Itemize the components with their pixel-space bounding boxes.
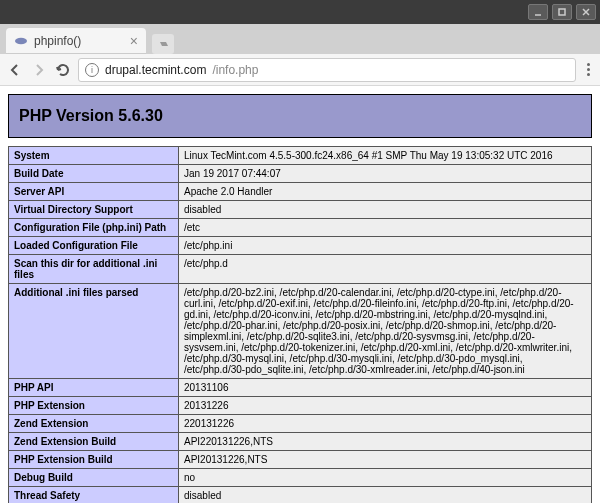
phpinfo-row: Debug Buildno <box>9 469 592 487</box>
browser-tab[interactable]: phpinfo() × <box>6 28 146 54</box>
page-viewport: PHP Version 5.6.30 SystemLinux TecMint.c… <box>0 86 600 503</box>
phpinfo-value: /etc/php.d <box>179 255 592 284</box>
svg-rect-1 <box>559 9 565 15</box>
phpinfo-row: Loaded Configuration File/etc/php.ini <box>9 237 592 255</box>
phpinfo-row: Configuration File (php.ini) Path/etc <box>9 219 592 237</box>
phpinfo-value: disabled <box>179 487 592 504</box>
tab-title: phpinfo() <box>34 34 124 48</box>
phpinfo-key: Zend Extension Build <box>9 433 179 451</box>
phpinfo-row: Server APIApache 2.0 Handler <box>9 183 592 201</box>
tab-close-icon[interactable]: × <box>130 34 138 48</box>
address-bar[interactable]: i drupal.tecmint.com/info.php <box>78 58 576 82</box>
phpinfo-key: Configuration File (php.ini) Path <box>9 219 179 237</box>
phpinfo-key: System <box>9 147 179 165</box>
phpinfo-row: PHP API20131106 <box>9 379 592 397</box>
browser-menu-button[interactable] <box>586 63 590 76</box>
phpinfo-value: 220131226 <box>179 415 592 433</box>
phpinfo-value: Jan 19 2017 07:44:07 <box>179 165 592 183</box>
phpinfo-row: Zend Extension220131226 <box>9 415 592 433</box>
os-maximize-button[interactable] <box>552 4 572 20</box>
url-path: /info.php <box>212 63 258 77</box>
os-minimize-button[interactable] <box>528 4 548 20</box>
phpinfo-value: no <box>179 469 592 487</box>
phpinfo-key: PHP API <box>9 379 179 397</box>
forward-button[interactable] <box>30 61 48 79</box>
reload-button[interactable] <box>54 61 72 79</box>
back-button[interactable] <box>6 61 24 79</box>
phpinfo-row: Virtual Directory Supportdisabled <box>9 201 592 219</box>
phpinfo-key: Virtual Directory Support <box>9 201 179 219</box>
url-host: drupal.tecmint.com <box>105 63 206 77</box>
phpinfo-value: API220131226,NTS <box>179 433 592 451</box>
browser-toolbar: i drupal.tecmint.com/info.php <box>0 54 600 86</box>
phpinfo-key: Server API <box>9 183 179 201</box>
os-close-button[interactable] <box>576 4 596 20</box>
phpinfo-key: Thread Safety <box>9 487 179 504</box>
phpinfo-key: Build Date <box>9 165 179 183</box>
phpinfo-value: 20131226 <box>179 397 592 415</box>
site-info-icon[interactable]: i <box>85 63 99 77</box>
svg-point-4 <box>15 38 27 44</box>
phpinfo-value: disabled <box>179 201 592 219</box>
browser-tabstrip: phpinfo() × <box>0 24 600 54</box>
os-titlebar <box>0 0 600 24</box>
phpinfo-value: /etc <box>179 219 592 237</box>
phpinfo-key: Debug Build <box>9 469 179 487</box>
php-version-header: PHP Version 5.6.30 <box>8 94 592 138</box>
new-tab-button[interactable] <box>152 34 174 54</box>
phpinfo-row: Thread Safetydisabled <box>9 487 592 504</box>
phpinfo-value: API20131226,NTS <box>179 451 592 469</box>
phpinfo-row: PHP Extension BuildAPI20131226,NTS <box>9 451 592 469</box>
phpinfo-row: Additional .ini files parsed/etc/php.d/2… <box>9 284 592 379</box>
phpinfo-key: PHP Extension Build <box>9 451 179 469</box>
phpinfo-value: /etc/php.ini <box>179 237 592 255</box>
phpinfo-row: SystemLinux TecMint.com 4.5.5-300.fc24.x… <box>9 147 592 165</box>
phpinfo-value: Apache 2.0 Handler <box>179 183 592 201</box>
phpinfo-row: Scan this dir for additional .ini files/… <box>9 255 592 284</box>
phpinfo-key: Additional .ini files parsed <box>9 284 179 379</box>
phpinfo-table: SystemLinux TecMint.com 4.5.5-300.fc24.x… <box>8 146 592 503</box>
phpinfo-row: Build DateJan 19 2017 07:44:07 <box>9 165 592 183</box>
phpinfo-value: Linux TecMint.com 4.5.5-300.fc24.x86_64 … <box>179 147 592 165</box>
phpinfo-value: 20131106 <box>179 379 592 397</box>
php-favicon-icon <box>14 34 28 48</box>
phpinfo-key: PHP Extension <box>9 397 179 415</box>
phpinfo-key: Scan this dir for additional .ini files <box>9 255 179 284</box>
phpinfo-value: /etc/php.d/20-bz2.ini, /etc/php.d/20-cal… <box>179 284 592 379</box>
phpinfo-key: Zend Extension <box>9 415 179 433</box>
phpinfo-key: Loaded Configuration File <box>9 237 179 255</box>
phpinfo-row: Zend Extension BuildAPI220131226,NTS <box>9 433 592 451</box>
phpinfo-row: PHP Extension20131226 <box>9 397 592 415</box>
